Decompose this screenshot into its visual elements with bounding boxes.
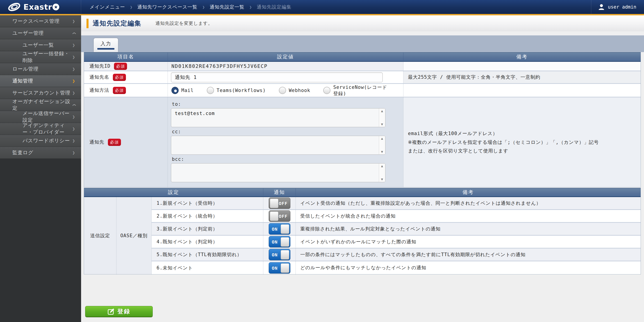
column-header-setting-value: 設定値 <box>168 52 404 62</box>
sidebar-item-user-management[interactable]: ユーザー管理❯ <box>0 27 81 39</box>
scroll-up-icon[interactable]: ▲ <box>381 109 383 113</box>
radio-icon <box>279 87 286 94</box>
send-settings-table: 設定 通知 備考 送信設定 OASE／種別 1.新規イベント（受信時） OFF … <box>84 188 641 274</box>
tab-input[interactable]: 入力 <box>94 38 118 52</box>
sidebar-item-mail-server-settings[interactable]: メール送信サーバー設定❯ <box>0 111 81 123</box>
breadcrumb-workspace-list[interactable]: 通知先ワークスペース一覧 <box>138 4 197 10</box>
chevron-up-icon: ❯ <box>71 32 76 35</box>
svg-text:★: ★ <box>12 6 14 9</box>
chevron-right-icon: ❯ <box>72 19 75 24</box>
column-header-item-name: 項目名 <box>84 52 168 62</box>
column-header-remarks: 備考 <box>296 188 640 197</box>
scroll-down-icon[interactable]: ▼ <box>381 150 383 154</box>
cc-textarea[interactable]: ▲▼ <box>171 136 386 155</box>
cc-label: cc: <box>172 129 403 134</box>
required-badge: 必須 <box>113 74 126 81</box>
toggle-known-event-ttl-expired[interactable]: ON <box>269 249 290 260</box>
sidebar-item-organization-settings[interactable]: オーガナイゼーション設定❯ <box>0 99 81 111</box>
field-label-name: 通知先名必須 <box>84 71 168 84</box>
field-label-destination: 通知先必須 <box>84 97 168 187</box>
app-logo[interactable]: ★ Exastr★ <box>0 0 81 14</box>
required-badge: 必須 <box>108 139 121 146</box>
chevron-right-icon: ❯ <box>72 126 75 131</box>
sidebar-item-user-bulk-register-delete[interactable]: ユーザー一括登録・削除❯ <box>0 51 81 63</box>
textarea-scrollbar[interactable]: ▲▼ <box>379 163 385 182</box>
event-note: 重複排除された結果、ルール判定対象となったイベントの通知 <box>296 223 640 236</box>
toggle-new-event-received[interactable]: OFF <box>269 198 290 209</box>
scroll-down-icon[interactable]: ▼ <box>381 123 383 126</box>
scroll-up-icon[interactable]: ▲ <box>381 164 383 168</box>
user-name: user admin <box>608 4 636 10</box>
sidebar-item-workspace-management[interactable]: ワークスペース管理❯ <box>0 15 81 27</box>
toggle-unknown-event[interactable]: ON <box>269 262 290 273</box>
table-row: 送信設定 OASE／種別 1.新規イベント（受信時） OFF イベント受信の通知… <box>84 197 640 210</box>
sidebar-menu: ワークスペース管理❯ ユーザー管理❯ ユーザー一覧❯ ユーザー一括登録・削除❯ … <box>0 15 81 322</box>
note-name: 最大255文字 / 使用可能文字：全角・半角文字、一意制約 <box>404 71 640 84</box>
radio-teams-workflows[interactable]: Teams(Workflows) <box>207 87 266 94</box>
textarea-scrollbar[interactable]: ▲▼ <box>379 109 385 127</box>
destination-form-table: 項目名 設定値 備考 通知先ID必須 ND01K802RE4763PF3DFHY… <box>84 52 641 187</box>
sidebar-item-audit-log[interactable]: 監査ログ❯ <box>0 147 81 159</box>
field-label-method: 通知方法必須 <box>84 84 168 97</box>
radio-mail[interactable]: Mail <box>172 87 194 94</box>
page-title: 通知先設定編集 <box>92 19 142 28</box>
to-textarea[interactable]: test@test.com ▲▼ <box>171 108 386 127</box>
sidebar-item-notification-management[interactable]: 通知管理❯ <box>0 75 81 87</box>
title-band-gap <box>81 31 644 35</box>
scroll-up-icon[interactable]: ▲ <box>381 137 383 140</box>
breadcrumb-main-menu[interactable]: メインメニュー <box>90 4 125 10</box>
toggle-new-event-merged[interactable]: OFF <box>269 210 290 222</box>
chevron-right-icon: ❯ <box>72 114 75 120</box>
chevron-up-icon: ❯ <box>71 103 76 106</box>
sidebar-item-user-list[interactable]: ユーザー一覧❯ <box>0 39 81 51</box>
event-item-label: 6.未知イベント <box>152 261 263 274</box>
tab-active-underline <box>97 48 114 50</box>
to-label: to: <box>172 102 403 107</box>
radio-webhook[interactable]: Webhook <box>279 87 310 94</box>
textarea-scrollbar[interactable]: ▲▼ <box>379 136 385 154</box>
chevron-right-icon: ❯ <box>72 90 75 96</box>
radio-icon <box>323 87 330 94</box>
table-row: 5.既知イベント（TTL有効期限切れ） ON 一部の条件にはマッチしたものの、す… <box>84 248 640 261</box>
table-row: 4.既知イベント（判定時） ON イベントがいずれかのルールにマッチした際の通知 <box>84 236 640 248</box>
register-button[interactable]: 登録 <box>85 306 153 317</box>
scroll-down-icon[interactable]: ▼ <box>381 178 383 181</box>
event-note: 受信したイベントが統合された場合の通知 <box>296 210 640 223</box>
event-item-label: 1.新規イベント（受信時） <box>152 197 263 210</box>
column-header-notify: 通知 <box>263 188 296 197</box>
table-row: 通知先名必須 最大255文字 / 使用可能文字：全角・半角文字、一意制約 <box>84 71 640 84</box>
sidebar-item-role-management[interactable]: ロール管理❯ <box>0 63 81 75</box>
sidebar-item-password-policy[interactable]: パスワードポリシー❯ <box>0 135 81 147</box>
user-menu[interactable]: user admin <box>591 0 644 14</box>
chevron-right-icon: ❯ <box>72 42 75 48</box>
destination-name-input[interactable] <box>171 72 383 82</box>
note-id <box>404 62 640 71</box>
radio-servicenow[interactable]: ServiceNow(レコード登録) <box>323 84 390 97</box>
toggle-known-event-judged[interactable]: ON <box>269 236 290 247</box>
toggle-knob <box>281 237 289 247</box>
destination-id-value: ND01K802RE4763PF3DFHY5JV6ECP <box>168 62 404 71</box>
bcc-label: bcc: <box>172 156 403 162</box>
sidebar-item-identity-provider[interactable]: アイデンティティー・プロバイダー❯ <box>0 123 81 135</box>
breadcrumb: メインメニュー ❯ 通知先ワークスペース一覧 ❯ 通知先設定一覧 ❯ 通知先設定… <box>81 0 591 14</box>
field-label-id: 通知先ID必須 <box>84 62 168 71</box>
toggle-new-event-prejudge[interactable]: ON <box>269 223 290 234</box>
page-title-band: 通知先設定編集 通知先設定を変更します。 <box>81 15 644 31</box>
sidebar-item-service-account-management[interactable]: サービスアカウント管理❯ <box>0 87 81 99</box>
table-row: 通知先ID必須 ND01K802RE4763PF3DFHY5JV6ECP <box>84 62 640 71</box>
event-item-label: 4.既知イベント（判定時） <box>152 236 263 248</box>
note-method <box>404 84 640 97</box>
breadcrumb-separator-icon: ❯ <box>202 5 205 10</box>
tab-band: 入力 <box>81 35 644 52</box>
toggle-knob <box>281 250 289 259</box>
tab-input-label: 入力 <box>100 40 111 52</box>
table-row: 3.新規イベント（判定前） ON 重複排除された結果、ルール判定対象となったイベ… <box>84 223 640 236</box>
bcc-textarea[interactable]: ▲▼ <box>171 163 386 182</box>
chevron-right-icon: ❯ <box>72 150 75 155</box>
event-note: 一部の条件にはマッチしたものの、すべての条件を満たす前にTTL有効期限が切れたイ… <box>296 248 640 261</box>
user-icon <box>598 4 605 10</box>
toggle-knob <box>270 199 278 208</box>
chevron-right-icon: ❯ <box>72 78 75 84</box>
breadcrumb-destination-list[interactable]: 通知先設定一覧 <box>210 4 244 10</box>
page-subtitle: 通知先設定を変更します。 <box>156 20 213 26</box>
